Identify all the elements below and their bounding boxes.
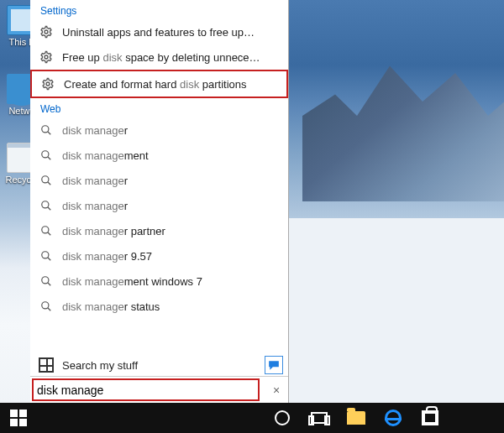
web-result[interactable]: disk manager — [30, 168, 288, 193]
result-label: disk manager partner — [62, 225, 165, 237]
search-icon — [39, 299, 54, 314]
search-my-stuff[interactable]: Search my stuff — [30, 352, 288, 378]
wallpaper-mountain — [302, 59, 504, 201]
search-input[interactable] — [30, 383, 265, 397]
web-result[interactable]: disk management — [30, 143, 288, 168]
web-result[interactable]: disk manager 9.57 — [30, 243, 288, 269]
svg-point-7 — [42, 176, 49, 183]
cortana-circle-icon — [275, 410, 290, 425]
svg-point-11 — [42, 227, 49, 233]
result-label: Free up disk space by deleting unnece… — [62, 51, 260, 64]
search-icon — [39, 148, 54, 163]
web-result[interactable]: disk management windows 7 — [30, 269, 288, 294]
section-header-settings: Settings — [30, 0, 288, 19]
svg-line-4 — [48, 132, 51, 135]
gear-icon — [39, 24, 54, 39]
search-icon — [39, 173, 54, 188]
result-label: disk manager 9.57 — [62, 250, 152, 263]
svg-point-0 — [45, 30, 48, 34]
gear-icon — [40, 76, 55, 91]
taskbar-file-explorer[interactable] — [338, 403, 375, 433]
svg-point-17 — [42, 302, 49, 309]
svg-line-14 — [48, 258, 51, 261]
panel-bottom: Search my stuff Search the web × — [30, 352, 288, 403]
section-header-web: Web — [30, 98, 288, 117]
cortana-button[interactable] — [264, 403, 301, 433]
gear-icon — [39, 50, 54, 65]
web-result[interactable]: disk manager partner — [30, 218, 288, 243]
task-view-icon — [311, 412, 328, 424]
task-view-button[interactable] — [301, 403, 338, 433]
svg-point-2 — [46, 82, 50, 86]
search-icon — [39, 123, 54, 138]
svg-line-6 — [48, 157, 51, 160]
feedback-button[interactable] — [265, 356, 283, 374]
result-label: disk manager — [62, 200, 128, 212]
svg-line-12 — [48, 232, 51, 236]
search-icon — [39, 198, 54, 213]
clear-search-button[interactable]: × — [265, 383, 288, 397]
web-result[interactable]: disk manager status — [30, 294, 288, 319]
ie-icon — [385, 410, 402, 426]
result-label: disk management — [62, 149, 149, 162]
web-result[interactable]: disk manager — [30, 117, 288, 143]
svg-line-16 — [48, 283, 51, 286]
svg-point-5 — [42, 151, 49, 158]
svg-point-15 — [42, 277, 49, 284]
taskbar-internet-explorer[interactable] — [375, 403, 412, 433]
folder-icon — [347, 411, 365, 425]
svg-line-8 — [48, 182, 51, 185]
windows-logo-icon — [10, 410, 27, 426]
search-box: × — [30, 376, 288, 403]
search-icon — [39, 248, 54, 263]
start-search-panel: Settings Uninstall apps and features to … — [30, 0, 289, 403]
wallpaper-snow — [286, 218, 504, 403]
web-result[interactable]: disk manager — [30, 193, 288, 218]
svg-point-9 — [42, 201, 49, 208]
svg-point-3 — [42, 126, 49, 133]
start-button[interactable] — [0, 403, 37, 433]
taskbar — [0, 403, 504, 433]
result-label: Uninstall apps and features to free up… — [62, 26, 255, 39]
search-icon — [39, 274, 54, 289]
settings-result-uninstall-apps[interactable]: Uninstall apps and features to free up… — [30, 19, 288, 44]
svg-point-13 — [42, 252, 49, 258]
result-label: Create and format hard disk partitions — [64, 78, 247, 91]
result-label: disk manager — [62, 124, 128, 137]
store-icon — [422, 410, 438, 425]
svg-point-1 — [45, 55, 48, 59]
svg-line-18 — [48, 308, 51, 311]
speech-bubble-icon — [268, 360, 280, 370]
search-icon — [39, 223, 54, 238]
settings-result-free-up-disk[interactable]: Free up disk space by deleting unnece… — [30, 44, 288, 70]
svg-line-10 — [48, 207, 51, 211]
windows-desktop: This P Netwo Recycle Settings Uninstall … — [0, 0, 504, 433]
settings-result-disk-partitions[interactable]: Create and format hard disk partitions — [30, 70, 288, 98]
label: Search my stuff — [62, 359, 138, 372]
result-label: disk manager status — [62, 300, 160, 313]
result-label: disk management windows 7 — [62, 275, 202, 288]
result-label: disk manager — [62, 175, 128, 187]
taskbar-store[interactable] — [412, 403, 449, 433]
windows-square-icon — [39, 357, 54, 373]
